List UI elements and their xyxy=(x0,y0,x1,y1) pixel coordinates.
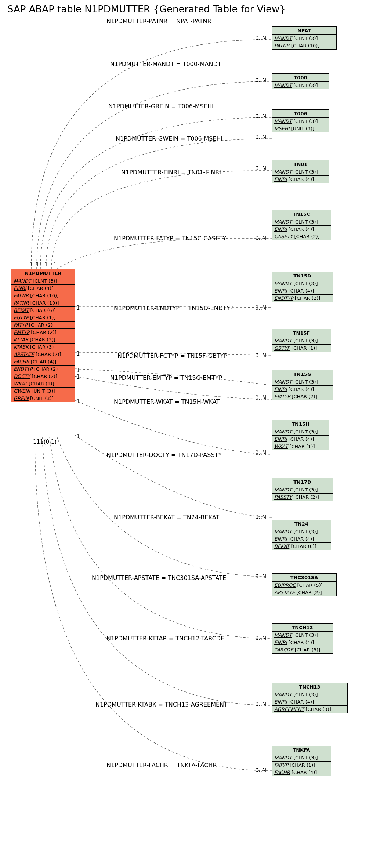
entity-field: GWEIN [UNIT (3)] xyxy=(11,388,75,395)
entity-tn15f: TN15FMANDT [CLNT (3)]GBTYP [CHAR (1)] xyxy=(272,329,331,352)
cardinality-src: 1 xyxy=(53,261,57,268)
entity-field: GBTYP [CHAR (1)] xyxy=(272,345,331,352)
entity-tn01: TN01MANDT [CLNT (3)]EINRI [CHAR (4)] xyxy=(272,160,329,183)
entity-name: TNCH12 xyxy=(272,624,333,632)
entity-field: MANDT [CLNT (3)] xyxy=(272,118,329,125)
entity-field: EMTYP [CHAR (2)] xyxy=(272,393,333,400)
entity-tn17d: TN17DMANDT [CLNT (3)]PASSTY [CHAR (2)] xyxy=(272,478,333,501)
entity-field: GREIN [UNIT (3)] xyxy=(11,395,75,402)
relation-label: N1PDMUTTER-KTABK = TNCH13-AGREEMENT xyxy=(95,701,228,708)
relation-label: N1PDMUTTER-KTTAR = TNCH12-TARCDE xyxy=(106,635,224,642)
relation-label: N1PDMUTTER-FACHR = TNKFA-FACHR xyxy=(106,762,217,769)
entity-name: TN15H xyxy=(272,420,329,428)
relation-label: N1PDMUTTER-EINRI = TN01-EINRI xyxy=(121,169,221,176)
entity-npat: NPATMANDT [CLNT (3)]PATNR [CHAR (10)] xyxy=(272,26,337,50)
entity-field: FACHR [CHAR (4)] xyxy=(272,769,331,776)
entity-name: TN15F xyxy=(272,329,331,337)
entity-name: TN01 xyxy=(272,160,329,168)
entity-field: ENDTYP [CHAR (2)] xyxy=(11,366,75,373)
relation-label: N1PDMUTTER-FGTYP = TN15F-GBTYP xyxy=(117,352,227,359)
relation-label: N1PDMUTTER-BEKAT = TN24-BEKAT xyxy=(114,514,219,521)
entity-field: FATYP [CHAR (2)] xyxy=(11,322,75,329)
cardinality-src: 1 xyxy=(76,374,80,380)
cardinality-dst: 0..N xyxy=(255,352,266,359)
entity-tnkfa: TNKFAMANDT [CLNT (3)]FATYP [CHAR (1)]FAC… xyxy=(272,746,331,776)
connector-layer xyxy=(0,0,391,868)
entity-field: EINRI [CHAR (4)] xyxy=(272,535,331,543)
entity-field: EINRI [CHAR (4)] xyxy=(272,698,347,706)
entity-name: T006 xyxy=(272,110,329,118)
entity-name: T000 xyxy=(272,74,329,82)
entity-field: PATNR [CHAR (10)] xyxy=(272,42,336,49)
entity-field: AGREEMENT [CHAR (3)] xyxy=(272,706,347,713)
entity-field: MANDT [CLNT (3)] xyxy=(272,168,329,176)
entity-field: EINRI [CHAR (4)] xyxy=(11,285,75,292)
entity-field: MSEHI [UNIT (3)] xyxy=(272,125,329,132)
entity-tnch13: TNCH13MANDT [CLNT (3)]EINRI [CHAR (4)]AG… xyxy=(272,683,348,713)
cardinality-src: 1 xyxy=(76,305,80,311)
entity-tn15c: TN15CMANDT [CLNT (3)]EINRI [CHAR (4)]CAS… xyxy=(272,210,331,240)
cardinality-src: 11 1 xyxy=(36,261,48,268)
cardinality-dst: 0..N xyxy=(255,573,266,580)
entity-field: EINRI [CHAR (4)] xyxy=(272,639,333,646)
entity-field: MANDT [CLNT (3)] xyxy=(272,691,347,698)
cardinality-src: 1 xyxy=(76,433,80,440)
entity-field: APSTATE [CHAR (2)] xyxy=(272,589,336,596)
entity-field: TARCDE [CHAR (3)] xyxy=(272,646,333,653)
entity-n1pdmutter: N1PDMUTTERMANDT [CLNT (3)]EINRI [CHAR (4… xyxy=(11,269,75,402)
cardinality-dst: 0..N xyxy=(255,77,266,84)
entity-field: FACHR [CHAR (4)] xyxy=(11,358,75,366)
entity-field: MANDT [CLNT (3)] xyxy=(272,337,331,345)
cardinality-dst: 0..N xyxy=(255,701,266,708)
entity-field: MANDT [CLNT (3)] xyxy=(272,218,331,226)
entity-field: CASETY [CHAR (2)] xyxy=(272,233,331,240)
cardinality-dst: 0..N xyxy=(255,395,266,401)
entity-field: MANDT [CLNT (3)] xyxy=(272,632,333,639)
cardinality-dst: 0..N xyxy=(255,514,266,520)
cardinality-dst: 0..N xyxy=(255,134,266,141)
entity-name: TN17D xyxy=(272,478,333,486)
entity-field: EINRI [CHAR (4)] xyxy=(272,436,329,443)
relation-label: N1PDMUTTER-GREIN = T006-MSEHI xyxy=(108,103,214,110)
cardinality-dst: 0..N xyxy=(255,35,266,41)
entity-field: MANDT [CLNT (3)] xyxy=(272,528,331,535)
entity-field: EINRI [CHAR (4)] xyxy=(272,386,333,393)
relation-label: N1PDMUTTER-EMTYP = TN15G-EMTYP xyxy=(110,374,222,381)
cardinality-dst: 0..N xyxy=(255,305,266,311)
cardinality-dst: 0..N xyxy=(255,165,266,172)
entity-field: BEKAT [CHAR (6)] xyxy=(272,543,331,550)
cardinality-dst: 0..N xyxy=(255,635,266,642)
entity-field: MANDT [CLNT (3)] xyxy=(272,280,333,287)
entity-field: WKAT [CHAR (1)] xyxy=(11,380,75,388)
cardinality-dst: 0..N xyxy=(255,450,266,456)
entity-name: TNKFA xyxy=(272,746,331,754)
entity-field: ENDTYP [CHAR (2)] xyxy=(272,295,333,302)
entity-field: APSTATE [CHAR (2)] xyxy=(11,351,75,358)
entity-tn15h: TN15HMANDT [CLNT (3)]EINRI [CHAR (4)]WKA… xyxy=(272,420,329,450)
cardinality-src: 1 xyxy=(76,398,80,405)
entity-name: NPAT xyxy=(272,27,336,35)
entity-field: PATNR [CHAR (10)] xyxy=(11,299,75,307)
cardinality-src: 1 xyxy=(29,261,33,268)
entity-field: MANDT [CLNT (3)] xyxy=(272,82,329,89)
entity-field: KTTAR [CHAR (3)] xyxy=(11,336,75,344)
relation-label: N1PDMUTTER-DOCTY = TN17D-PASSTY xyxy=(106,451,222,458)
entity-name: TN15C xyxy=(272,210,331,218)
entity-name: TNCH13 xyxy=(272,683,347,691)
entity-field: FGTYP [CHAR (1)] xyxy=(11,314,75,322)
cardinality-src: 111(0.1) xyxy=(33,439,57,445)
relation-label: N1PDMUTTER-APSTATE = TNC301SA-APSTATE xyxy=(92,574,226,581)
entity-t000: T000MANDT [CLNT (3)] xyxy=(272,73,329,89)
entity-field: DOCTY [CHAR (2)] xyxy=(11,373,75,380)
entity-field: MANDT [CLNT (3)] xyxy=(272,378,333,386)
cardinality-dst: 0..N xyxy=(255,235,266,241)
entity-tn15d: TN15DMANDT [CLNT (3)]EINRI [CHAR (4)]END… xyxy=(272,272,333,302)
entity-field: EINRI [CHAR (4)] xyxy=(272,287,333,295)
entity-field: MANDT [CLNT (3)] xyxy=(272,486,333,494)
entity-name: N1PDMUTTER xyxy=(11,269,75,277)
cardinality-src: 1 xyxy=(76,367,80,374)
entity-tn15g: TN15GMANDT [CLNT (3)]EINRI [CHAR (4)]EMT… xyxy=(272,370,333,400)
entity-field: EDIPROC [CHAR (5)] xyxy=(272,582,336,589)
entity-tnc301sa: TNC301SAEDIPROC [CHAR (5)]APSTATE [CHAR … xyxy=(272,573,337,596)
er-diagram: SAP ABAP table N1PDMUTTER {Generated Tab… xyxy=(0,0,391,868)
